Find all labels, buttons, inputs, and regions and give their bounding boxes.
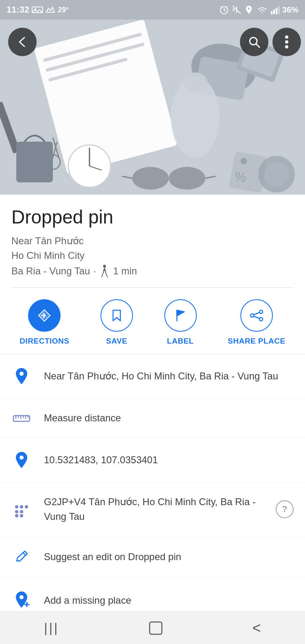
svg-line-43 <box>256 44 259 47</box>
status-time: 11:32 <box>7 4 29 15</box>
svg-point-50 <box>259 318 263 321</box>
location-pin-2-icon <box>13 450 30 470</box>
edit-row[interactable]: Suggest an edit on Dropped pin <box>0 537 305 578</box>
svg-point-44 <box>285 35 288 39</box>
share-action[interactable]: SHARE PLACE <box>228 299 285 346</box>
share-circle <box>240 299 273 332</box>
walk-icon <box>99 265 110 278</box>
label-circle <box>164 299 197 332</box>
edit-icon <box>13 549 30 565</box>
recent-apps-button[interactable]: ||| <box>44 620 59 635</box>
label-label: LABEL <box>167 337 194 346</box>
svg-point-63 <box>25 505 28 508</box>
search-icon <box>247 35 261 49</box>
back-button[interactable] <box>8 28 37 56</box>
svg-point-47 <box>103 265 106 268</box>
ruler-icon <box>11 412 32 424</box>
svg-point-45 <box>285 40 288 44</box>
svg-line-5 <box>224 10 226 11</box>
svg-rect-10 <box>273 9 275 14</box>
back-button-nav[interactable]: < <box>253 620 261 637</box>
bottom-nav: ||| < <box>0 611 305 644</box>
measure-row[interactable]: Measure distance <box>0 399 305 438</box>
search-button[interactable] <box>240 28 268 56</box>
place-card: Dropped pin Near Tân Phước Ho Chi Minh C… <box>0 195 305 288</box>
svg-point-46 <box>285 45 288 48</box>
more-button[interactable] <box>272 28 301 56</box>
svg-point-67 <box>20 514 23 517</box>
svg-point-61 <box>15 505 18 508</box>
svg-point-65 <box>20 510 23 513</box>
svg-point-62 <box>20 505 23 508</box>
svg-point-37 <box>264 162 289 186</box>
image-icon <box>32 6 43 14</box>
place-subtitle-line3: Ba Ria - Vung Tau <box>11 265 90 277</box>
place-title: Dropped pin <box>11 206 294 228</box>
wifi-icon <box>256 5 268 14</box>
directions-icon <box>36 307 52 324</box>
grid-icon <box>11 500 32 518</box>
save-circle <box>100 299 133 332</box>
svg-point-49 <box>259 310 263 313</box>
bookmark-icon <box>109 308 124 323</box>
save-action[interactable]: SAVE <box>100 299 133 346</box>
pin-plus-icon <box>11 590 32 611</box>
back-arrow-icon <box>15 35 29 49</box>
svg-point-27 <box>169 167 205 190</box>
svg-line-68 <box>23 553 26 555</box>
share-icon <box>249 308 264 323</box>
address-row[interactable]: Near Tân Phước, Ho Chi Minh City, Ba Ria… <box>0 354 305 399</box>
svg-rect-12 <box>278 6 280 14</box>
location-pin-icon <box>13 366 30 386</box>
address-icon <box>11 366 32 386</box>
svg-point-39 <box>183 72 207 93</box>
alarm-icon <box>219 4 229 15</box>
measure-text: Measure distance <box>44 411 294 425</box>
label-action[interactable]: LABEL <box>164 299 197 346</box>
actions-row: DIRECTIONS SAVE LABEL <box>0 288 305 354</box>
location-icon <box>244 5 254 15</box>
svg-line-52 <box>254 313 259 315</box>
header-image: % <box>0 20 305 195</box>
help-button[interactable]: ? <box>276 500 294 518</box>
svg-marker-2 <box>46 7 54 12</box>
directions-action[interactable]: DIRECTIONS <box>20 299 69 346</box>
svg-rect-35 <box>16 142 53 182</box>
status-battery: 36% <box>282 5 298 15</box>
walk-time: 1 min <box>113 265 137 277</box>
edit-text: Suggest an edit on Dropped pin <box>44 550 294 564</box>
pencil-icon <box>11 549 32 565</box>
add-place-icon <box>13 590 30 611</box>
svg-line-53 <box>254 316 259 318</box>
coordinates-pin-icon <box>11 450 32 470</box>
svg-rect-9 <box>271 11 272 14</box>
pluscode-text: G2JP+V4 Tân Phước, Ho Chi Minh City, Ba … <box>44 495 264 524</box>
svg-point-64 <box>15 510 18 513</box>
info-list: Near Tân Phước, Ho Chi Minh City, Ba Ria… <box>0 354 305 623</box>
svg-point-26 <box>132 167 169 190</box>
signal-icon <box>271 5 280 14</box>
measure-icon <box>13 412 30 424</box>
dot-separator: · <box>93 265 96 277</box>
place-walk: Ba Ria - Vung Tau · 1 min <box>11 265 294 278</box>
directions-label: DIRECTIONS <box>20 337 69 346</box>
mute-icon <box>232 5 242 15</box>
place-subtitle-line2: Ho Chi Minh City <box>11 248 294 263</box>
svg-point-66 <box>15 514 18 517</box>
pluscode-row[interactable]: G2JP+V4 Tân Phước, Ho Chi Minh City, Ba … <box>0 482 305 537</box>
share-label: SHARE PLACE <box>228 337 285 346</box>
flag-icon <box>173 308 188 323</box>
svg-point-51 <box>251 314 254 317</box>
address-text: Near Tân Phước, Ho Chi Minh City, Ba Ria… <box>44 369 294 383</box>
grid-dots-icon <box>13 500 30 518</box>
coordinates-text: 10.5321483, 107.0353401 <box>44 453 294 467</box>
addplace-text: Add a missing place <box>44 593 294 608</box>
status-bar: 11:32 29° 36% <box>0 0 305 20</box>
save-label: SAVE <box>106 337 127 346</box>
svg-rect-11 <box>276 8 277 14</box>
coordinates-row[interactable]: 10.5321483, 107.0353401 <box>0 438 305 482</box>
home-button[interactable] <box>147 620 164 637</box>
status-temp: 29° <box>58 6 69 14</box>
crown-icon <box>46 5 55 15</box>
svg-rect-72 <box>150 622 162 634</box>
